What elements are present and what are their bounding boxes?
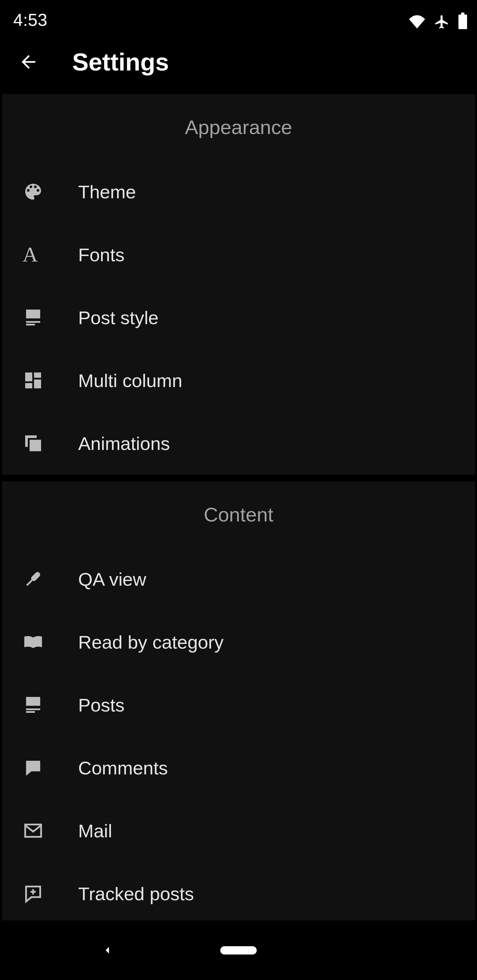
layers-icon (22, 433, 44, 454)
settings-item-posts[interactable]: Posts (2, 673, 475, 736)
dashboard-icon (22, 370, 44, 391)
settings-item-label: Mail (78, 820, 112, 842)
settings-item-theme[interactable]: Theme (2, 160, 475, 223)
settings-item-label: Theme (78, 181, 136, 203)
settings-scroll[interactable]: Appearance Theme A Fonts Post style Mult… (0, 94, 477, 925)
page-title: Settings (72, 48, 169, 76)
settings-item-qa-view[interactable]: QA view (2, 547, 475, 611)
section-appearance: Appearance Theme A Fonts Post style Mult… (2, 94, 475, 475)
mail-icon (22, 820, 44, 841)
settings-item-label: Animations (78, 433, 170, 454)
svg-rect-1 (26, 580, 32, 586)
status-right (409, 14, 467, 30)
status-bar: 4:53 (0, 0, 477, 30)
palette-icon (22, 181, 44, 202)
comment-icon (22, 757, 44, 778)
system-back-icon[interactable] (101, 943, 114, 957)
back-button[interactable] (15, 49, 42, 75)
airplane-mode-icon (434, 14, 450, 30)
settings-item-label: Posts (78, 694, 124, 716)
settings-item-animations[interactable]: Animations (2, 412, 475, 475)
settings-item-post-style[interactable]: Post style (2, 286, 475, 349)
post-card-icon (22, 694, 44, 716)
status-time: 4:53 (13, 10, 47, 30)
mic-icon (18, 564, 48, 594)
battery-icon (458, 14, 467, 29)
wifi-icon (409, 15, 425, 29)
settings-item-label: Tracked posts (78, 883, 194, 905)
home-indicator[interactable] (220, 946, 257, 955)
arrow-left-icon (18, 52, 39, 72)
settings-item-label: QA view (78, 568, 146, 590)
section-header-content: Content (2, 481, 475, 547)
settings-item-mail[interactable]: Mail (2, 799, 475, 862)
post-card-icon (22, 307, 44, 328)
settings-item-label: Read by category (78, 632, 223, 653)
system-nav-bar (0, 920, 477, 980)
section-content: Content QA view Read by category Posts C… (2, 481, 475, 925)
settings-item-label: Multi column (78, 370, 182, 391)
app-bar: Settings (0, 30, 477, 94)
comment-plus-icon (22, 883, 44, 904)
settings-item-label: Comments (78, 757, 168, 779)
settings-item-comments[interactable]: Comments (2, 736, 475, 799)
font-a-icon: A (22, 244, 44, 265)
settings-item-fonts[interactable]: A Fonts (2, 223, 475, 286)
settings-item-multi-column[interactable]: Multi column (2, 349, 475, 412)
book-open-icon (22, 632, 44, 652)
settings-item-tracked-posts[interactable]: Tracked posts (2, 862, 475, 925)
settings-item-label: Post style (78, 307, 159, 328)
settings-item-read-by-category[interactable]: Read by category (2, 611, 475, 673)
settings-item-label: Fonts (78, 244, 124, 266)
section-header-appearance: Appearance (2, 94, 475, 160)
